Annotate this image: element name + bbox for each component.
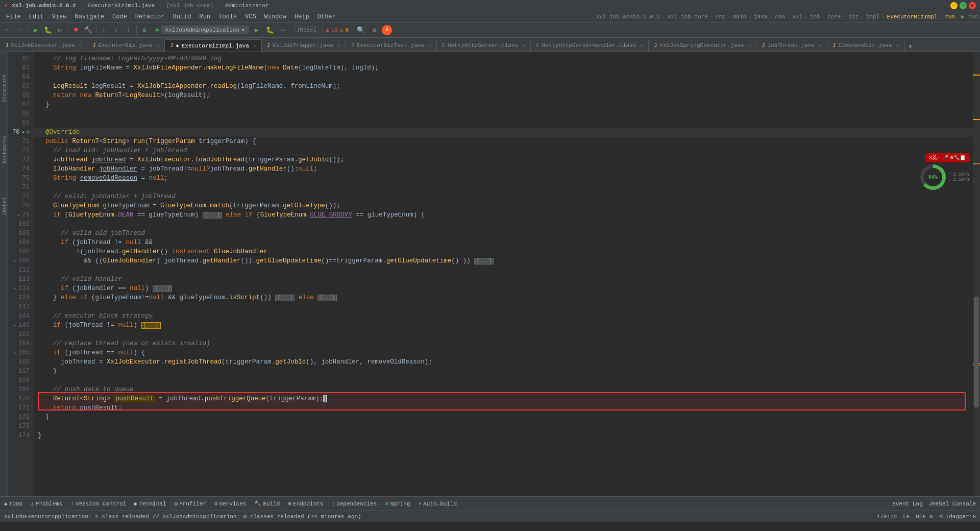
menu-help[interactable]: Help [290, 12, 313, 21]
build-button[interactable]: 🔨 [83, 25, 94, 36]
coverage-button[interactable]: ▷ [55, 25, 66, 36]
menu-view[interactable]: View [48, 12, 71, 21]
fold-icon-145[interactable]: ▸ [13, 322, 16, 328]
tab-close-4[interactable]: ✕ [428, 42, 431, 49]
maximize-button[interactable]: □ [960, 2, 967, 9]
menu-navigate[interactable]: Navigate [70, 12, 108, 21]
scrollbar-thumb[interactable] [974, 297, 979, 408]
minimize-button[interactable]: ─ [950, 2, 958, 9]
run-app-button[interactable]: ▶ [30, 25, 41, 36]
bookmarks-label[interactable]: Bookmarks [0, 134, 10, 165]
tab-XxlJobTrigger[interactable]: J XxlJobTrigger.java ✕ [262, 39, 346, 52]
jrebel-button[interactable]: JRebel [294, 26, 320, 34]
sougou-toolbar[interactable]: S英· 🎤 ⚙🔧📋 [925, 153, 970, 162]
tab-close-5[interactable]: ✕ [522, 42, 525, 49]
toolbar-version-control[interactable]: ↑ Version Control [70, 501, 126, 507]
line-num-165: ▸ 165 [8, 348, 34, 357]
search-button[interactable]: 🔍 [355, 25, 366, 36]
run-config-dropdown[interactable]: XxlJobAdminApplication ▾ [161, 26, 249, 34]
toolbar-spring[interactable]: ☘ Spring [385, 500, 410, 507]
status-position[interactable]: 170:79 [877, 514, 897, 520]
toolbar-todo[interactable]: ▲ TODO [4, 501, 22, 507]
toolbar-terminal[interactable]: ▶ Terminal [134, 500, 166, 507]
code-content-75: String removeOldReason = null; [38, 175, 168, 182]
tab-close-0[interactable]: ✕ [79, 42, 82, 49]
run-config-chevron: ▾ [241, 27, 245, 33]
toolbar-services[interactable]: ⚙ Services [214, 500, 246, 507]
tab-close-1[interactable]: ✕ [156, 42, 159, 49]
toolbar-jrebel-console[interactable]: JRebel Console [929, 501, 976, 507]
toolbar-problems[interactable]: ⚠ Problems [31, 500, 62, 507]
toolbar-dependencies[interactable]: ↕ Dependencies [331, 501, 377, 507]
code-content-65: LogResult logResult = XxlJobFileAppender… [38, 83, 340, 90]
stop-button[interactable]: ■ [70, 25, 82, 36]
menu-tools[interactable]: Tools [214, 12, 241, 21]
tab-close-6[interactable]: ✕ [640, 42, 643, 49]
toolbar-event-log[interactable]: Event Log [892, 501, 922, 507]
menu-build[interactable]: Build [168, 12, 195, 21]
run-config-more-button[interactable]: ⋯ [278, 25, 289, 36]
vcs-push-button[interactable]: ↑ [123, 25, 134, 36]
fold-icon-114[interactable]: ▸ [13, 285, 16, 292]
toolbar-profiler[interactable]: ◎ Profiler [175, 500, 206, 507]
fold-icon-79[interactable]: ▸ [17, 212, 20, 218]
vcs-update-button[interactable]: ↓ [99, 25, 110, 36]
status-indent[interactable]: 4:Idagger:8 [939, 514, 976, 520]
tab-XxlJobExecutor[interactable]: J XxlJobExecutor.java ✕ [0, 39, 87, 52]
tab-NettyHttpServerHandler[interactable]: C NettyHttpServerHandler.class ✕ [531, 39, 649, 52]
menu-vcs[interactable]: VCS [241, 12, 260, 21]
tab-IJobHandler[interactable]: J IJobHandler.java ✕ [827, 39, 905, 52]
menu-other[interactable]: Other [313, 12, 340, 21]
menu-refactor[interactable]: Refactor [131, 12, 169, 21]
run-config-debug-button[interactable]: 🐛 [264, 25, 276, 36]
code-editor[interactable]: // log filename: LogPath/yyyy-MM-dd/9999… [34, 52, 973, 496]
settings-button[interactable]: ⚙ [139, 25, 150, 36]
tab-XxlJobSpringExecutor[interactable]: J XxlJobSpringExecutor.java ✕ [649, 39, 756, 52]
tab-close-7[interactable]: ✕ [748, 42, 751, 49]
structure-label[interactable]: Structure [0, 73, 10, 104]
menu-file[interactable]: File [2, 12, 25, 21]
run-gutter-icon-70[interactable]: ● [22, 130, 25, 135]
menu-run[interactable]: Run [195, 12, 214, 21]
toolbar-build[interactable]: 🔨 Build [254, 500, 280, 507]
menu-code[interactable]: Code [108, 12, 131, 21]
vcs-commit-button[interactable]: ✓ [111, 25, 122, 36]
tab-close-2[interactable]: ✕ [253, 43, 256, 49]
right-scrollbar[interactable] [973, 52, 980, 496]
forward-button[interactable]: → [14, 25, 26, 36]
close-button[interactable]: ✕ [969, 2, 976, 9]
tab-ExecutorBizImpl[interactable]: J ● ExecutorBizImpl.java ✕ [165, 39, 262, 52]
toolbar-auto-build[interactable]: ⚡ Auto-build [419, 500, 457, 507]
ln-106: 106 [18, 257, 30, 264]
gear-button[interactable]: ⚙ [369, 25, 380, 36]
line-num-63: 63 [8, 63, 34, 73]
user-avatar[interactable]: A [382, 25, 392, 35]
toolbar-endpoints[interactable]: ⊕ Endpoints [288, 500, 323, 507]
run-config-area: ☘ XxlJobAdminApplication ▾ ▶ 🐛 ⋯ [155, 25, 289, 36]
back-button[interactable]: ← [2, 25, 13, 36]
separator1: – [80, 3, 84, 9]
menu-window[interactable]: Window [260, 12, 290, 21]
tabs-overflow-button[interactable]: ▾ [905, 41, 916, 52]
debug-button[interactable]: 🐛 [42, 25, 54, 36]
breadcrumb-biz: biz [848, 14, 859, 20]
indent-label: 4:Idagger:8 [939, 514, 976, 520]
scroll-marker-warning-2 [973, 119, 980, 120]
line-num-102: 102 [8, 220, 34, 229]
tab-JobThread[interactable]: J JobThread.java ✕ [756, 39, 827, 52]
tab-NettyHttpServer[interactable]: C NettyHttpServer.class ✕ [437, 39, 531, 52]
tab-ExecutorBiz[interactable]: J ExecutorBiz.java ✕ [87, 39, 165, 52]
tab-close-3[interactable]: ✕ [337, 42, 340, 49]
jrebel-side-label[interactable]: JRebel [0, 195, 10, 218]
status-encoding[interactable]: UTF-8 [916, 514, 933, 520]
run-config-run-button[interactable]: ▶ [251, 25, 262, 36]
menu-edit[interactable]: Edit [25, 12, 48, 21]
fold-icon-106[interactable]: ▸ [13, 258, 16, 264]
tab-close-9[interactable]: ✕ [896, 42, 899, 49]
ln-72: 72 [22, 147, 30, 154]
tab-close-8[interactable]: ✕ [819, 42, 822, 49]
status-line-ending[interactable]: LF [903, 514, 910, 520]
code-content-103: // valid old jobThread [38, 230, 145, 237]
tab-ExecutorBizTest[interactable]: J ExecutorBizTest.java ✕ [346, 39, 437, 52]
fold-icon-165[interactable]: ▸ [13, 350, 16, 356]
